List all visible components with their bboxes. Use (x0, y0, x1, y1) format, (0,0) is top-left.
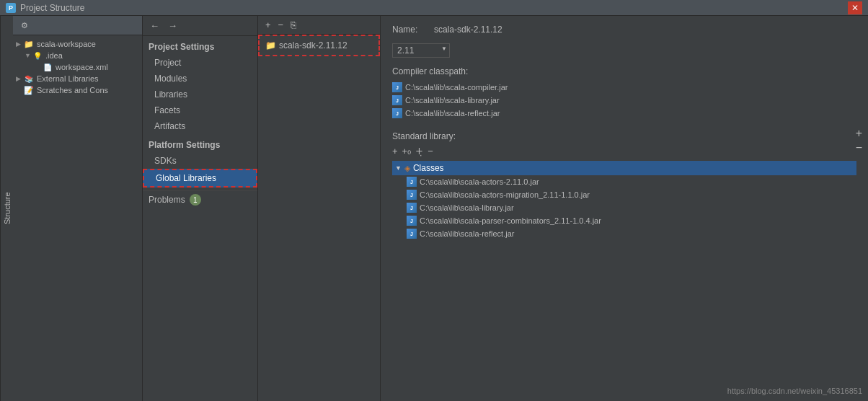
sdk-add-button[interactable]: + (262, 19, 274, 31)
jar-icon-2: J (392, 95, 402, 105)
nav-item-sdks[interactable]: SDKs (143, 153, 257, 169)
nav-item-modules[interactable]: Modules (143, 71, 257, 87)
jar-icon-c4: J (407, 216, 417, 226)
nav-item-facets[interactable]: Facets (143, 102, 257, 118)
classes-path-1: C:\scala\lib\scala-actors-2.11.0.jar (420, 177, 539, 186)
std-lib-toolbar: + +₀ +̣ − (392, 146, 856, 157)
version-select-wrapper[interactable]: 2.11 2.12 2.13 (392, 43, 450, 58)
name-label: Name: (392, 25, 428, 35)
tree-item-external-libraries[interactable]: ▶ 📚 External Libraries (13, 73, 142, 84)
sdk-item-label: scala-sdk-2.11.12 (279, 40, 347, 50)
right-remove-button[interactable]: − (856, 142, 862, 154)
tree-label: scala-workspace (37, 40, 96, 48)
title-bar: P Project Structure ✕ (0, 0, 868, 16)
sdk-item-scala[interactable]: 📁 scala-sdk-2.11.12 (258, 35, 380, 56)
classes-path-5: C:\scala\lib\scala-reflect.jar (420, 229, 514, 238)
nav-item-global-libraries[interactable]: Global Libraries (143, 169, 257, 188)
standard-library-section: Standard library: + +₀ +̣ − ▼ ◈ Classes … (392, 131, 856, 240)
classes-label: Classes (413, 163, 444, 173)
name-value: scala-sdk-2.11.12 (434, 25, 502, 35)
nav-item-problems[interactable]: Problems 1 (143, 190, 257, 208)
classes-path-3: C:\scala\lib\scala-library.jar (420, 203, 514, 212)
tree-item-workspace-xml[interactable]: 📄 workspace.xml (13, 61, 142, 73)
std-lib-label: Standard library: (392, 131, 856, 141)
tree-item-scala-workspace[interactable]: ▶ 📁 scala-workspace (13, 38, 142, 50)
window-title: Project Structure (20, 3, 848, 13)
name-row: Name: scala-sdk-2.11.12 (392, 25, 856, 35)
classes-header-row: ▼ ◈ Classes (392, 161, 856, 175)
jar-icon-c1: J (407, 177, 417, 187)
jar-icon-c2: J (407, 190, 417, 200)
nav-item-libraries[interactable]: Libraries (143, 87, 257, 102)
back-button[interactable]: ← (147, 19, 162, 32)
tree-item-scratches[interactable]: 📝 Scratches and Cons (13, 84, 142, 96)
right-add-button[interactable]: + (856, 128, 862, 139)
idea-icon: 💡 (32, 51, 43, 60)
library-icon: 📚 (23, 74, 35, 83)
tree-label: workspace.xml (56, 63, 108, 71)
sdk-list-panel: + − ⎘ 📁 scala-sdk-2.11.12 (258, 16, 381, 401)
classes-path-2: C:\scala\lib\scala-actors-migration_2.11… (420, 190, 590, 199)
compiler-classpath-label: Compiler classpath: (392, 66, 856, 76)
classes-jar-4: J C:\scala\lib\scala-parser-combinators_… (392, 214, 856, 227)
sdk-folder-icon: 📁 (265, 40, 276, 50)
classpath-path-1: C:\scala\lib\scala-compiler.jar (405, 83, 508, 92)
sdk-list-toolbar: + − ⎘ (258, 16, 380, 35)
classes-path-4: C:\scala\lib\scala-parser-combinators_2.… (420, 216, 601, 225)
classes-tree: ▼ ◈ Classes J C:\scala\lib\scala-actors-… (392, 161, 856, 240)
add-remove-buttons: + − (856, 128, 862, 154)
classes-jar-2: J C:\scala\lib\scala-actors-migration_2.… (392, 188, 856, 201)
tree-label: Scratches and Cons (37, 86, 108, 94)
project-settings-label: Project Settings (143, 36, 257, 55)
scratch-icon: 📝 (23, 86, 35, 94)
project-tree-content: ▶ 📁 scala-workspace ▼ 💡 .idea 📄 workspac… (13, 35, 142, 99)
project-tree: ⚙ ▶ 📁 scala-workspace ▼ 💡 .idea 📄 worksp… (13, 16, 143, 401)
project-tree-header: ⚙ (13, 16, 142, 35)
std-add-dir-btn[interactable]: +̣ (415, 146, 423, 157)
classpath-list: J C:\scala\lib\scala-compiler.jar J C:\s… (392, 81, 856, 120)
problems-label: Problems (149, 195, 185, 205)
jar-icon-c5: J (407, 229, 417, 239)
watermark: https://blog.csdn.net/weixin_45316851 (727, 387, 862, 395)
version-row: 2.11 2.12 2.13 (392, 43, 856, 58)
jar-icon-3: J (392, 108, 402, 118)
content-wrapper: + − ⎘ 📁 scala-sdk-2.11.12 Name: scala-sd… (258, 16, 868, 401)
tree-arrow: ▶ (16, 40, 23, 48)
app-icon: P (6, 3, 16, 13)
version-select[interactable]: 2.11 2.12 2.13 (392, 43, 450, 58)
nav-toolbar: ← → (143, 16, 257, 36)
tree-item-idea[interactable]: ▼ 💡 .idea (13, 50, 142, 61)
platform-settings-label: Platform Settings (143, 134, 257, 153)
classes-type-icon: ◈ (404, 164, 410, 173)
classpath-path-2: C:\scala\lib\scala-library.jar (405, 96, 500, 105)
classes-arrow: ▼ (395, 164, 402, 172)
tree-label: External Libraries (37, 74, 99, 83)
nav-item-project[interactable]: Project (143, 55, 257, 71)
nav-item-artifacts[interactable]: Artifacts (143, 118, 257, 134)
tree-settings-btn[interactable]: ⚙ (17, 19, 32, 32)
tree-label: .idea (45, 51, 63, 60)
tree-arrow: ▶ (16, 75, 23, 82)
nav-panel: ← → Project Settings Project Modules Lib… (143, 16, 258, 401)
jar-icon-c3: J (407, 203, 417, 213)
classpath-path-3: C:\scala\lib\scala-reflect.jar (405, 109, 500, 118)
jar-icon-1: J (392, 82, 402, 92)
classes-jar-5: J C:\scala\lib\scala-reflect.jar (392, 227, 856, 240)
std-remove-btn[interactable]: − (428, 146, 433, 157)
problems-badge: 1 (190, 194, 201, 206)
close-button[interactable]: ✕ (848, 1, 862, 14)
sdk-copy-button[interactable]: ⎘ (288, 19, 299, 31)
classpath-item-3: J C:\scala\lib\scala-reflect.jar (392, 107, 856, 120)
std-add-btn[interactable]: + (392, 146, 398, 157)
tree-arrow: ▼ (25, 52, 32, 59)
classes-jar-3: J C:\scala\lib\scala-library.jar (392, 201, 856, 214)
classpath-item-2: J C:\scala\lib\scala-library.jar (392, 94, 856, 107)
structure-tab[interactable]: Structure (0, 16, 13, 401)
tree-toolbar: ⚙ (17, 19, 32, 32)
classpath-item-1: J C:\scala\lib\scala-compiler.jar (392, 81, 856, 94)
classes-jar-1: J C:\scala\lib\scala-actors-2.11.0.jar (392, 175, 856, 188)
sdk-remove-button[interactable]: − (275, 19, 287, 31)
main-layout: Structure ⚙ ▶ 📁 scala-workspace ▼ 💡 .ide… (0, 16, 868, 401)
std-add-other-btn[interactable]: +₀ (402, 146, 412, 157)
forward-button[interactable]: → (165, 19, 180, 32)
